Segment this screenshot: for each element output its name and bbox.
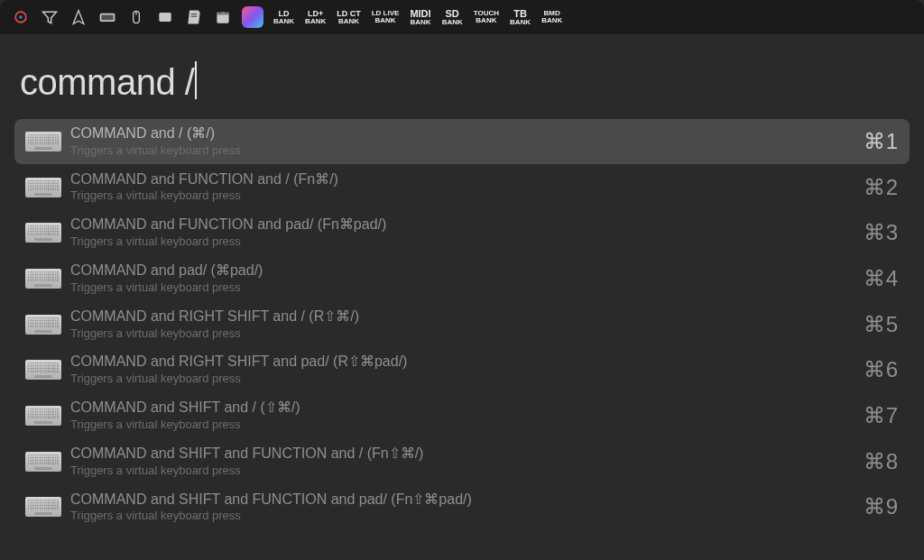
keyboard-icon[interactable] [94,4,121,31]
svg-rect-11 [217,12,228,14]
result-row[interactable]: COMMAND and RIGHT SHIFT and pad/ (R⇧⌘pad… [14,347,910,392]
search-input[interactable]: command / [20,57,904,103]
result-row[interactable]: COMMAND and SHIFT and / (⇧⌘/)Triggers a … [14,393,910,438]
svg-point-2 [19,15,22,18]
bank-midi[interactable]: MIDIBANK [405,4,435,31]
search-query-text: command / [20,62,194,103]
result-title: COMMAND and FUNCTION and / (Fn⌘/) [70,170,864,189]
keyboard-icon [25,269,61,289]
result-shortcut: ⌘9 [864,494,899,519]
result-title: COMMAND and RIGHT SHIFT and pad/ (R⇧⌘pad… [70,353,864,372]
result-subtitle: Triggers a virtual keyboard press [70,372,864,387]
result-row[interactable]: COMMAND and SHIFT and FUNCTION and / (Fn… [14,439,910,484]
svg-rect-4 [101,15,113,21]
result-title: COMMAND and FUNCTION and pad/ (Fn⌘pad/) [70,216,864,234]
keyboard-icon [25,315,61,335]
result-subtitle: Triggers a virtual keyboard press [70,280,864,296]
result-row[interactable]: COMMAND and FUNCTION and pad/ (Fn⌘pad/)T… [14,210,910,255]
keyboard-icon [25,360,61,380]
bank-ld-live[interactable]: LD LIVEBANK [367,4,404,31]
result-shortcut: ⌘2 [864,175,899,200]
bank-bmd[interactable]: BMDBANK [537,4,567,31]
result-row[interactable]: COMMAND and RIGHT SHIFT and / (R⇧⌘/)Trig… [14,302,910,347]
results-list: COMMAND and / (⌘/)Triggers a virtual key… [0,119,924,529]
result-row[interactable]: COMMAND and pad/ (⌘pad/)Triggers a virtu… [14,256,910,301]
result-subtitle: Triggers a virtual keyboard press [70,418,864,433]
bank-touch[interactable]: TOUCHBANK [469,4,504,31]
result-shortcut: ⌘6 [864,357,899,382]
davinci-resolve-icon[interactable] [7,4,34,31]
result-title: COMMAND and SHIFT and FUNCTION and / (Fn… [70,445,864,464]
filter-icon[interactable] [36,4,63,31]
bank-ld-plus[interactable]: LD+BANK [300,4,330,31]
keyboard-icon [25,452,61,472]
result-subtitle: Triggers a virtual keyboard press [70,326,864,342]
compass-icon[interactable] [65,4,92,31]
result-title: COMMAND and SHIFT and / (⇧⌘/) [70,399,864,418]
svg-rect-7 [159,13,171,22]
keyboard-icon [25,178,61,197]
result-text: COMMAND and / (⌘/)Triggers a virtual key… [70,124,864,159]
result-shortcut: ⌘5 [864,312,899,337]
result-row[interactable]: COMMAND and / (⌘/)Triggers a virtual key… [14,119,910,164]
calendar-icon[interactable] [209,4,236,31]
result-shortcut: ⌘1 [864,129,899,154]
notes-icon[interactable] [180,4,208,31]
result-subtitle: Triggers a virtual keyboard press [70,464,864,479]
result-text: COMMAND and RIGHT SHIFT and pad/ (R⇧⌘pad… [70,353,864,387]
result-shortcut: ⌘8 [864,449,899,474]
keyboard-icon [25,132,61,151]
result-subtitle: Triggers a virtual keyboard press [70,143,864,159]
result-shortcut: ⌘4 [864,266,899,291]
trackpad-icon[interactable] [152,4,179,31]
result-shortcut: ⌘7 [864,403,899,428]
keyboard-icon [25,497,61,517]
result-title: COMMAND and / (⌘/) [70,124,864,143]
result-text: COMMAND and FUNCTION and / (Fn⌘/)Trigger… [70,170,864,205]
menubar: LDBANK LD+BANK LD CTBANK LD LIVEBANK MID… [0,0,924,34]
mouse-icon[interactable] [123,4,150,31]
result-title: COMMAND and RIGHT SHIFT and / (R⇧⌘/) [70,308,864,326]
search-area: command / [0,34,924,119]
result-row[interactable]: COMMAND and SHIFT and FUNCTION and pad/ … [14,485,910,530]
result-title: COMMAND and SHIFT and FUNCTION and pad/ … [70,491,864,510]
result-text: COMMAND and SHIFT and FUNCTION and / (Fn… [70,445,864,479]
bank-ld-ct[interactable]: LD CTBANK [332,4,365,31]
keyboard-icon [25,406,61,426]
keyboard-icon [25,223,61,243]
result-text: COMMAND and FUNCTION and pad/ (Fn⌘pad/)T… [70,216,864,250]
result-row[interactable]: COMMAND and FUNCTION and / (Fn⌘/)Trigger… [14,165,910,210]
result-shortcut: ⌘3 [864,220,899,245]
text-cursor [195,61,197,99]
result-subtitle: Triggers a virtual keyboard press [70,234,864,250]
result-text: COMMAND and RIGHT SHIFT and / (R⇧⌘/)Trig… [70,308,864,342]
result-text: COMMAND and SHIFT and / (⇧⌘/)Triggers a … [70,399,864,433]
bank-tb[interactable]: TBBANK [505,4,535,31]
result-title: COMMAND and pad/ (⌘pad/) [70,262,864,280]
result-subtitle: Triggers a virtual keyboard press [70,509,864,524]
shortcuts-app-icon[interactable] [242,6,263,28]
result-subtitle: Triggers a virtual keyboard press [70,188,864,204]
result-text: COMMAND and pad/ (⌘pad/)Triggers a virtu… [70,262,864,296]
result-text: COMMAND and SHIFT and FUNCTION and pad/ … [70,491,864,525]
bank-sd[interactable]: SDBANK [438,4,467,31]
bank-ld[interactable]: LDBANK [269,4,299,31]
